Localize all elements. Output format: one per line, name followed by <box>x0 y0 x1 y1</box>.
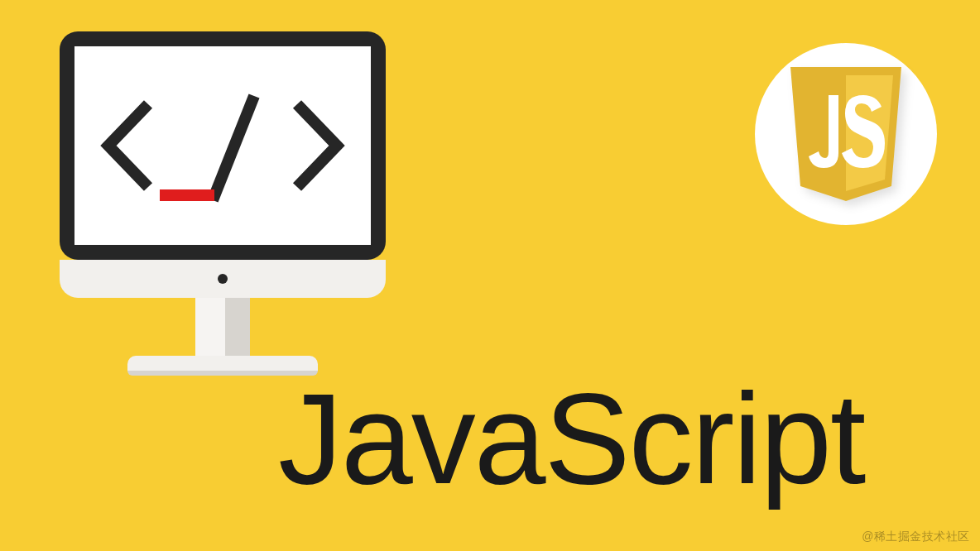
svg-line-0 <box>213 96 254 200</box>
js-shield-icon <box>784 64 908 204</box>
page-title: JavaScript <box>278 374 864 503</box>
code-face-icon <box>90 71 355 220</box>
camera-dot-icon <box>218 274 228 284</box>
js-badge <box>755 43 937 225</box>
watermark-text: @稀土掘金技术社区 <box>862 529 970 544</box>
monitor-screen <box>74 46 371 245</box>
monitor-illustration <box>60 31 386 371</box>
monitor-bezel <box>60 31 386 260</box>
monitor-chin <box>60 260 386 298</box>
monitor-neck <box>195 298 250 356</box>
